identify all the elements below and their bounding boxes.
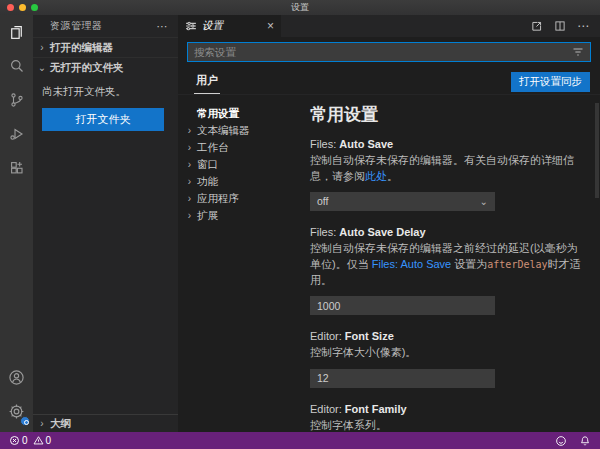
status-bar: 0 0 (0, 432, 600, 449)
setting-category: Files: (310, 226, 339, 238)
settings-editor-icon (185, 20, 197, 32)
settings-tab[interactable]: 设置 × (178, 15, 281, 37)
toc-item[interactable]: › 文本编辑器 (184, 122, 300, 139)
settings-scope-row: 用户 打开设置同步 (187, 70, 591, 94)
toc-item[interactable]: › 功能 (184, 173, 300, 190)
extensions-icon[interactable] (0, 151, 33, 185)
setting-item: Editor: Font Family 控制字体系列。 (310, 403, 584, 432)
sidebar-title: 资源管理器 (50, 19, 103, 33)
no-folder-message: 尚未打开文件夹。 (33, 77, 178, 99)
toc-item[interactable]: › 工作台 (184, 139, 300, 156)
outline-label: 大纲 (50, 417, 71, 431)
open-editors-section[interactable]: › 打开的编辑器 (33, 37, 178, 57)
split-editor-icon[interactable] (554, 20, 566, 32)
setting-item: Files: Auto Save Delay 控制自动保存未保存的编辑器之前经过… (310, 226, 584, 315)
toc-item[interactable]: 常用设置 (184, 105, 300, 122)
setting-input[interactable] (310, 296, 495, 315)
setting-item: Files: Auto Save 控制自动保存未保存的编辑器。有关自动保存的详细… (310, 138, 584, 211)
chevron-right-icon: › (184, 125, 195, 136)
problems-indicator[interactable]: 0 0 (9, 435, 51, 446)
warning-count: 0 (46, 435, 52, 446)
vscode-window: 设置 (0, 0, 600, 449)
more-actions-icon[interactable]: ⋯ (577, 19, 590, 33)
setting-control (310, 296, 584, 316)
chevron-right-icon: › (37, 42, 47, 53)
search-icon[interactable] (0, 49, 33, 83)
chevron-right-icon: › (184, 176, 195, 187)
error-icon (9, 435, 20, 446)
chevron-right-icon: › (184, 159, 195, 170)
setting-control: off⌄ (310, 192, 584, 211)
close-window-button[interactable] (7, 4, 14, 11)
account-icon[interactable] (0, 360, 33, 394)
chevron-right-icon: › (184, 210, 195, 221)
close-icon[interactable]: × (267, 20, 274, 32)
toc-item-label: 窗口 (197, 158, 218, 172)
setting-description: 控制字体大小(像素)。 (310, 345, 584, 361)
settings-search-box[interactable] (187, 42, 591, 62)
window-title: 设置 (291, 1, 309, 14)
toc-item[interactable]: › 窗口 (184, 156, 300, 173)
editor-area: 设置 × ⋯ (178, 15, 600, 432)
filter-icon[interactable] (572, 46, 584, 58)
settings-header: 用户 打开设置同步 (178, 37, 600, 95)
setting-description: 控制自动保存未保存的编辑器。有关自动保存的详细信息，请参阅此处。 (310, 153, 584, 185)
chevron-right-icon: › (184, 142, 195, 153)
settings-content: 常用设置 Files: Auto Save 控制自动保存未保存的编辑器。有关自动… (300, 95, 600, 432)
setting-link[interactable]: 此处 (365, 170, 387, 182)
chevron-right-icon: › (184, 193, 195, 204)
settings-gear-icon[interactable] (0, 394, 33, 428)
explorer-icon[interactable] (0, 15, 33, 49)
editor-actions: ⋯ (530, 19, 600, 33)
toc-item-label: 工作台 (197, 141, 229, 155)
setting-category: Editor: (310, 330, 345, 342)
tab-bar: 设置 × ⋯ (178, 15, 600, 37)
vertical-scrollbar[interactable] (595, 103, 599, 198)
toc-item[interactable]: › 应用程序 (184, 190, 300, 207)
bell-icon[interactable] (579, 435, 591, 447)
toc-item[interactable]: › 扩展 (184, 207, 300, 224)
settings-sync-badge (20, 416, 30, 426)
tab-user-settings[interactable]: 用户 (194, 73, 220, 94)
chevron-down-icon: ⌄ (480, 196, 488, 207)
settings-group-heading: 常用设置 (310, 103, 584, 126)
toc-item-label: 功能 (197, 175, 218, 189)
setting-category: Editor: (310, 403, 345, 415)
warning-icon (33, 435, 44, 446)
settings-search-input[interactable] (194, 46, 572, 58)
run-debug-icon[interactable] (0, 117, 33, 151)
more-actions-icon[interactable]: ⋯ (157, 20, 169, 33)
toc-item-label: 扩展 (197, 209, 218, 223)
setting-title: Editor: Font Size (310, 330, 584, 342)
toc-item-label: 应用程序 (197, 192, 239, 206)
turn-on-settings-sync-button[interactable]: 打开设置同步 (511, 72, 590, 92)
activity-bar (0, 15, 33, 432)
zoom-window-button[interactable] (31, 4, 38, 11)
setting-input[interactable] (310, 369, 495, 388)
open-folder-button[interactable]: 打开文件夹 (42, 108, 164, 131)
setting-description: 控制字体系列。 (310, 418, 584, 432)
outline-section[interactable]: › 大纲 (33, 414, 178, 432)
error-count: 0 (22, 435, 28, 446)
no-folder-section[interactable]: ⌄ 无打开的文件夹 (33, 57, 178, 77)
setting-link[interactable]: Files: Auto Save (372, 258, 452, 270)
toc-item-label: 常用设置 (197, 107, 239, 121)
traffic-lights (7, 4, 38, 11)
no-folder-label: 无打开的文件夹 (50, 61, 124, 75)
title-bar: 设置 (0, 0, 600, 15)
setting-category: Files: (310, 138, 339, 150)
setting-name: Auto Save Delay (339, 226, 425, 238)
minimize-window-button[interactable] (19, 4, 26, 11)
description-text: 控制字体系列。 (310, 419, 387, 431)
description-text: 控制字体大小(像素)。 (310, 346, 416, 358)
chevron-down-icon: ⌄ (37, 62, 47, 73)
feedback-icon[interactable] (555, 435, 567, 447)
setting-select[interactable]: off⌄ (310, 192, 495, 211)
settings-toc: 常用设置 › 文本编辑器 › 工作台 › 窗口 › 功能 › 应用程序 › 扩展 (178, 95, 300, 432)
setting-title: Editor: Font Family (310, 403, 584, 415)
open-settings-json-icon[interactable] (530, 20, 543, 33)
open-editors-label: 打开的编辑器 (50, 41, 113, 55)
setting-name: Auto Save (339, 138, 393, 150)
source-control-icon[interactable] (0, 83, 33, 117)
description-text: 。 (387, 170, 398, 182)
